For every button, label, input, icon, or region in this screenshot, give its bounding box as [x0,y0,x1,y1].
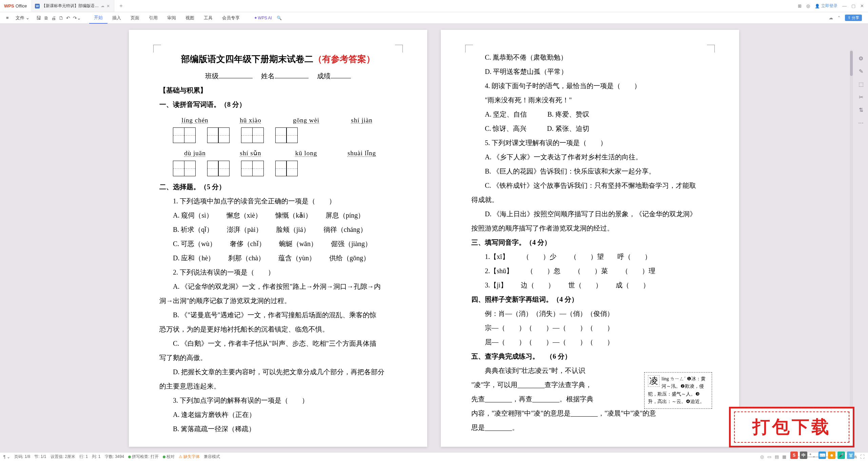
notification-icon[interactable]: ◎ [806,3,810,8]
share-button[interactable]: ⇪ 分享 [845,15,862,21]
status-words[interactable]: 字数: 3494 [105,454,124,460]
q3d: D. 平明送客楚山孤（平常） [471,64,709,79]
search-icon[interactable]: 🔍 [277,16,282,20]
save-icon[interactable]: 🖫 [36,15,41,21]
print-icon[interactable]: 🖨 [51,15,56,21]
sidebar-style-icon[interactable]: ✎ [857,67,865,75]
pinyin: líng chén [173,114,217,127]
status-bar: ¶ ⌄ 页码: 1/8 节: 1/1 设置值: 2厘米 行: 1 列: 1 字数… [0,452,868,461]
minimize-button[interactable]: — [842,3,847,8]
doc-title-main: 部编版语文四年级下册期末试卷二 [181,54,313,64]
download-stamp[interactable]: 打包下载 [729,407,854,447]
menu-member[interactable]: 会员专享 [217,12,244,24]
status-page[interactable]: 页码: 1/8 [14,454,30,460]
view-web-icon[interactable]: ▦ [782,454,786,459]
file-menu[interactable]: 文件 ⌄ [13,15,32,21]
status-paragraph-icon[interactable]: ¶ ⌄ [3,455,10,459]
menu-start[interactable]: 开始 [89,12,107,24]
fullscreen-icon[interactable]: ⛶ [860,454,865,459]
proof-label: 校对 [166,454,175,460]
menu-review[interactable]: 审阅 [162,12,181,24]
apps-icon[interactable]: ⊞ [798,3,802,8]
vertical-scrollbar[interactable] [850,49,853,442]
print-preview-icon[interactable]: 🗎 [44,15,48,21]
q4a: A. 坚定、自信 B. 疼爱、赞叹 [471,107,709,121]
collapse-ribbon-icon[interactable]: ⌃ [837,15,841,20]
status-compat[interactable]: 兼容模式 [204,454,220,460]
ime-emoji-icon[interactable]: ☻ [828,452,835,459]
pinyin: dù juān [173,146,217,160]
maximize-button[interactable]: ▢ [851,3,855,8]
green-dot-icon [163,456,165,458]
sidebar-cloud-icon[interactable]: ⇅ [857,106,865,114]
cloud-status-icon[interactable]: ☁ [829,15,833,20]
h4-1: 宗—（ ）（ ）—（ ）（ ） [471,321,709,335]
view-page-icon[interactable]: ▤ [775,454,779,459]
share-label: 分享 [852,15,859,20]
menu-bar: ≡ 文件 ⌄ 🖫 🗎 🖨 🗋 ↶ ↷⌄ 开始 插入 页面 引用 审阅 视图 工具… [0,12,868,24]
ime-ch-icon[interactable]: 中 [800,452,807,459]
status-missing-font[interactable]: ⚠ 缺失字体 [179,454,200,460]
h3-3: 3.【jì】 边（ ） 世（ ） 成（ ） [471,278,709,292]
status-line: 行: 1 [79,454,88,460]
heading-4: 四、照样子变新字再组词。（4 分） [471,292,709,306]
view-read-icon[interactable]: ▭ [767,454,771,459]
close-window-button[interactable]: ✕ [860,3,864,8]
q1d: D. 应和（hè） 刹那（chà） 蕴含（yùn） 供给（gōng） [159,251,397,265]
hamburger-menu[interactable]: ≡ [3,15,12,20]
wps-ai-button[interactable]: ✦ WPS AI [254,16,272,20]
q5d2: 按照游览的顺序描写了作者游览双龙洞的经过。 [471,221,709,235]
status-section: 节: 1/1 [34,454,46,460]
status-spellcheck[interactable]: 拼写检查: 打开 [128,454,159,460]
menu-reference[interactable]: 引用 [144,12,162,24]
q5d: D. 《海上日出》按照空间顺序描写了日出的景象，《记金华的双龙洞》 [471,207,709,221]
spell-label: 拼写检查: 打开 [132,454,159,460]
q3: 3. 下列加点字词的解释有误的一项是（ ） [159,393,397,407]
new-tab-button[interactable]: ＋ [114,0,128,12]
ime-voice-icon[interactable]: 🎤 [837,452,845,459]
q5: 5. 下列对课文理解有误的一项是（ ） [471,136,709,150]
file-label: 文件 [16,15,24,21]
logo-wps: WPS [4,3,14,8]
status-proof[interactable]: 校对 [163,454,175,460]
sidebar-tools-icon[interactable]: ✂ [857,93,865,101]
sidebar-select-icon[interactable]: ⬚ [857,80,865,88]
q2: 2. 下列说法有误的一项是（ ） [159,265,397,279]
q3a: A. 逢老媪方磨铁杵（正在） [159,407,397,422]
menu-page[interactable]: 页面 [126,12,144,24]
document-tab[interactable]: W 【新课标单元特训】部编版语… ☁ ✕ [31,0,114,12]
q3b: B. 篱落疏疏一径深（稀疏） [159,422,397,436]
ime-toolbar: S 中 °， ⌨ ☻ 🎤 👕 [790,452,854,459]
redo-icon[interactable]: ↷⌄ [73,15,81,21]
h3-1: 1.【xī】 （ ）少 （ ）望 呼（ ） [471,249,709,264]
ime-punct-icon[interactable]: °， [809,452,816,459]
heading-3: 三、填写同音字。（4 分） [471,235,709,249]
ime-skin-icon[interactable]: 👕 [847,452,854,459]
view-target-icon[interactable]: ◎ [760,454,764,459]
heading-2: 二、选择题。（5 分） [159,180,397,194]
pinyin: shí sǔn [229,146,273,160]
status-col: 列: 1 [92,454,100,460]
document-area: 部编版语文四年级下册期末试卷二（有参考答案） 班级 姓名 成绩 【基础与积累】 … [0,24,868,452]
sidebar-more-icon[interactable]: ⋯ [857,119,865,127]
q5c: C. 《铁杵成针》这个故事告诉我们：只有坚持不懈地勤奋学习，才能取 [471,178,709,193]
ime-brand-icon[interactable]: S [790,452,798,459]
menu-tools[interactable]: 工具 [199,12,217,24]
scrollbar-thumb[interactable] [850,51,853,76]
chevron-down-icon: ⌄ [26,15,29,20]
undo-icon[interactable]: ↶ [66,15,70,21]
menu-insert[interactable]: 插入 [107,12,126,24]
pdf-icon[interactable]: 🗋 [59,15,63,21]
q2c: C. 《白鹅》一文，作者丰子恺从"叫声、步态、吃相"三个方面具体描 [159,336,397,350]
pages-container[interactable]: 部编版语文四年级下册期末试卷二（有参考答案） 班级 姓名 成绩 【基础与积累】 … [0,24,868,452]
login-button[interactable]: 👤 立即登录 [815,3,837,9]
q1: 1. 下列选项中加点字的读音完全正确的一项是（ ） [159,194,397,208]
menu-view[interactable]: 视图 [181,12,199,24]
tab-close-icon[interactable]: ✕ [106,4,110,8]
q2a: A. 《记金华的双龙洞》一文，作者按照"路上→外洞→洞口→孔隙→内 [159,279,397,294]
heading-5: 五、查字典完成练习。 （6 分） [471,349,709,363]
sidebar-settings-icon[interactable]: ⚙ [857,54,865,62]
word-doc-icon: W [35,4,40,8]
ime-keyboard-icon[interactable]: ⌨ [818,452,826,459]
h4-2: 屈—（ ）（ ）—（ ）（ ） [471,335,709,349]
